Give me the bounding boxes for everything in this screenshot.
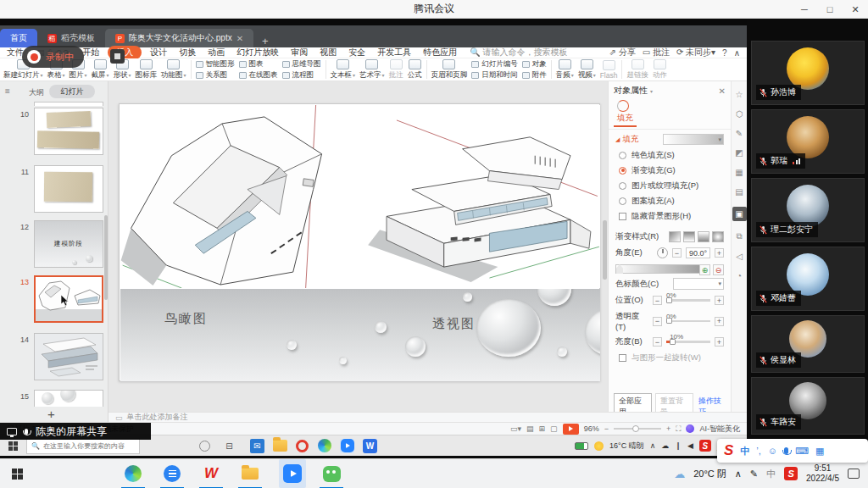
perspective-view-image[interactable] [363,105,600,288]
properties-panel-icon[interactable]: ▣ [732,207,747,221]
panel-close-icon[interactable]: ✕ [719,86,726,96]
brightness-decrease[interactable]: − [653,337,662,347]
add-stop-button[interactable]: ⊕ [699,264,710,275]
menu-tab-review[interactable]: 审阅 [285,47,314,58]
angle-decrease-button[interactable]: − [672,248,682,258]
tab-template[interactable]: 稻稻壳模板 [37,29,105,47]
punctuation-icon[interactable]: ’, [756,446,761,456]
task-view-icon[interactable]: ⊟ [222,439,236,453]
video-button[interactable]: 视频▾ [578,59,596,80]
online-chart-button[interactable]: 在线图表 [239,70,278,80]
participant-tile[interactable]: 郭瑞 [751,109,865,174]
angle-dial[interactable] [657,247,668,258]
meeting-app-icon[interactable] [340,439,354,453]
reading-view-icon[interactable]: ⊞ [539,424,546,433]
slide-13-editing[interactable]: 鸟瞰图 透视图 [119,103,600,381]
zoom-slider-thumb[interactable] [632,425,639,432]
fill-tab[interactable]: 填充 [614,113,637,127]
mail-icon[interactable]: ✉ [250,439,264,453]
help-panel-icon[interactable]: ◔ [737,271,742,280]
comment-button[interactable]: ▭ 批注 [643,47,670,58]
action-button[interactable]: 动作 [653,59,667,80]
object-button[interactable]: 对象 [522,59,547,69]
shared-weather[interactable]: 16°C 晴朗 [609,441,644,452]
zoom-in-icon[interactable]: + [666,424,670,433]
position-slider[interactable]: 0% [666,299,710,302]
slide-thumb-14[interactable] [34,333,103,380]
annotation-button[interactable]: 批注 [389,59,403,80]
canvas-scrollbar[interactable] [603,220,607,280]
flowchart-button[interactable]: 流程图 [282,70,321,80]
picture-fill-option[interactable]: 图片或纹理填充(P) [609,178,731,193]
slides-toggle[interactable]: 幻灯片 [49,85,95,98]
transparency-decrease[interactable]: − [653,317,662,326]
fit-screen-icon[interactable]: ⛶ [676,424,681,434]
explorer-icon[interactable] [273,439,287,453]
fill-tool-icon[interactable]: ◩ [735,148,743,158]
chart-panel-icon[interactable]: ▤ [735,187,743,197]
gradient-style-buttons[interactable] [669,231,724,242]
notification-icon[interactable] [848,469,860,479]
menu-tab-security[interactable]: 安全 [342,47,371,58]
emoji-icon[interactable]: ☺ [768,446,777,456]
slide-thumb-11[interactable] [34,165,103,213]
slide-canvas[interactable]: 鸟瞰图 透视图 [108,81,608,412]
local-weather[interactable]: 20°C 阴 [693,468,726,480]
maximize-button[interactable]: □ [817,0,843,19]
slideshow-play-button[interactable] [563,424,579,435]
ai-beautify-button[interactable]: AI-智能美化 [699,424,740,435]
participant-tile[interactable]: 邓婧蕾 [751,247,865,311]
keyboard-icon[interactable]: ⌨ [795,446,809,457]
stop-color-dropdown[interactable]: ▾ [673,278,724,290]
shared-start-button[interactable] [8,441,18,451]
menu-tab-view[interactable]: 视图 [314,47,342,58]
slide-number-button[interactable]: 幻灯片编号 [471,59,518,69]
menu-tab-slideshow[interactable]: 幻灯片放映 [231,47,285,58]
explorer-taskbar-icon[interactable] [240,463,260,484]
shared-search-box[interactable]: 🔍在这里输入你要搜索的内容 [26,438,140,454]
normal-view-icon[interactable]: ▭▾ [510,424,521,433]
shape-tool-icon[interactable]: ⬡ [736,109,743,119]
wechat-taskbar-icon[interactable] [321,463,342,484]
notes-view-icon[interactable]: ▢ [550,424,558,433]
minimize-button[interactable]: ─ [792,0,817,19]
gradient-stop[interactable] [616,264,623,274]
zoom-out-icon[interactable]: − [604,424,609,433]
thumbnails-scrollbar[interactable] [104,215,108,300]
hide-background-checkbox[interactable]: 隐藏背景图形(H) [609,208,731,224]
audio-button[interactable]: 音频▾ [556,59,574,80]
sogou-tray-icon[interactable]: S [784,467,798,480]
sogou-logo-icon[interactable]: S [724,442,733,459]
angle-value[interactable]: 90.0° [686,247,710,258]
help-icon[interactable]: ? [722,48,727,58]
ink-icon[interactable]: ✎ [750,469,758,480]
add-slide-button[interactable]: + [47,407,55,421]
audio-panel-icon[interactable]: ◁ [736,252,743,261]
voice-input-icon[interactable] [784,447,788,454]
tray-expand-icon[interactable]: ∧ [735,469,742,480]
transparency-increase[interactable]: + [715,317,724,326]
menu-tab-transition[interactable]: 切换 [173,47,202,58]
header-footer-button[interactable]: 页眉和页脚 [431,59,468,80]
participant-tile[interactable]: 车路安 [751,377,865,435]
file-panel-icon[interactable]: ⧉ [736,231,742,241]
menu-tab-animation[interactable]: 动画 [202,47,231,58]
edge-taskbar-icon[interactable] [123,463,143,484]
angle-increase-button[interactable]: + [715,248,724,258]
ime-indicator[interactable]: 中 [766,468,776,480]
edge-icon[interactable] [317,439,331,453]
meeting-taskbar-icon[interactable] [279,459,306,488]
sorter-view-icon[interactable]: ▤ [526,424,534,433]
toolbox-icon[interactable]: ▦ [815,446,824,457]
gradient-fill-option[interactable]: 渐变填充(G) [609,163,731,178]
qr-icon[interactable]: ▦ [735,168,743,177]
flash-button[interactable]: Flash [600,60,618,80]
gradient-preset-dropdown[interactable]: ▾ [663,134,724,145]
fill-section[interactable]: 填充 [622,134,638,145]
pattern-fill-option[interactable]: 图案填充(A) [609,193,731,208]
hyperlink-button[interactable]: 超链接 [626,59,648,80]
cortana-icon[interactable] [199,441,210,452]
tab-close-icon[interactable]: ✕ [236,34,243,43]
mindmap-button[interactable]: 思维导图 [282,59,321,69]
attachment-button[interactable]: 附件 [522,70,547,80]
